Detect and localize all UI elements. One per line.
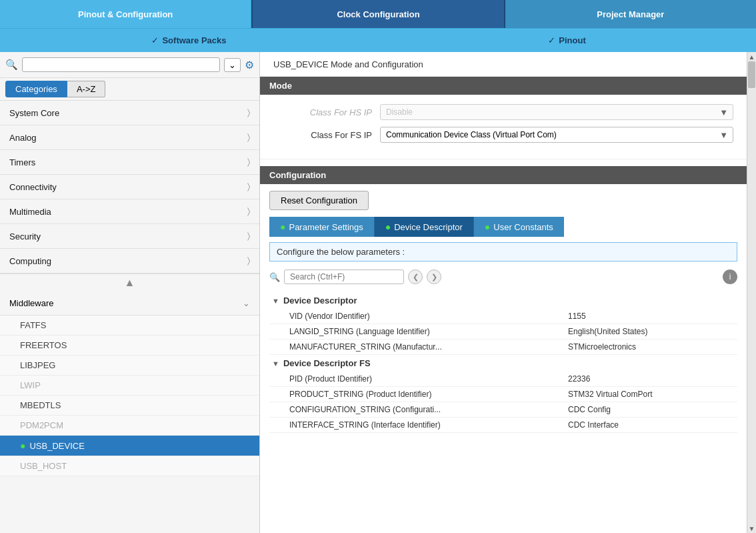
panel-title: USB_DEVICE Mode and Configuration xyxy=(260,52,747,77)
check-icon: ● xyxy=(385,221,391,232)
sidebar-item-connectivity[interactable]: Connectivity 〉 xyxy=(0,175,259,199)
class-for-fs-ip-select-wrap: Communication Device Class (Virtual Port… xyxy=(380,127,733,143)
tab-categories[interactable]: Categories xyxy=(5,81,67,97)
sidebar-item-usb-host: USB_HOST xyxy=(0,456,259,476)
sidebar-item-multimedia[interactable]: Multimedia 〉 xyxy=(0,199,259,224)
check-icon: ● xyxy=(280,221,285,232)
sidebar-item-security[interactable]: Security 〉 xyxy=(0,224,259,249)
sidebar-item-mbedtls[interactable]: MBEDTLS xyxy=(0,396,259,416)
scroll-down-button[interactable]: ▼ xyxy=(747,524,757,533)
chevron-down-icon: ⌄ xyxy=(243,298,250,308)
tab-device-descriptor[interactable]: ● Device Descriptor xyxy=(375,217,474,237)
sidebar-item-pdm2pcm: PDM2PCM xyxy=(0,416,259,436)
chevron-right-icon: 〉 xyxy=(247,181,250,192)
sidebar-item-libjpeg[interactable]: LIBJPEG xyxy=(0,356,259,376)
sidebar-item-fatfs[interactable]: FATFS xyxy=(0,316,259,336)
config-header: Configuration xyxy=(260,166,747,184)
sidebar-item-lwip: LWIP xyxy=(0,376,259,396)
search-input[interactable] xyxy=(22,57,220,72)
right-scrollbar: ▲ ▼ xyxy=(747,52,756,533)
mode-header: Mode xyxy=(260,77,747,95)
chevron-right-icon: 〉 xyxy=(247,206,250,217)
sidebar-list: System Core 〉 Analog 〉 Timers 〉 Connecti… xyxy=(0,101,259,533)
config-search-input[interactable] xyxy=(284,270,404,284)
search-bar: 🔍 ⌄ ⚙ xyxy=(0,52,259,78)
tab-user-constants[interactable]: ● User Constants xyxy=(474,217,564,237)
sidebar-item-timers[interactable]: Timers 〉 xyxy=(0,150,259,175)
param-row: VID (Vendor IDentifier) 1155 xyxy=(269,309,737,324)
param-row: PRODUCT_STRING (Product Identifier) STM3… xyxy=(269,387,737,402)
scroll-thumb[interactable] xyxy=(748,61,755,88)
class-for-hs-ip-row: Class For HS IP Disable ▼ xyxy=(273,104,733,120)
chevron-right-icon: 〉 xyxy=(247,132,250,143)
mode-section: Class For HS IP Disable ▼ Class For FS I… xyxy=(260,95,747,159)
gear-icon[interactable]: ⚙ xyxy=(245,59,254,71)
class-for-hs-ip-select[interactable]: Disable xyxy=(380,104,733,120)
sidebar-item-usb-device[interactable]: ● USB_DEVICE xyxy=(0,436,259,456)
nav-prev-icon[interactable]: ❮ xyxy=(408,270,423,284)
param-row: CONFIGURATION_STRING (Configurati... CDC… xyxy=(269,402,737,418)
device-descriptor-section: ▼ Device Descriptor VID (Vendor IDentifi… xyxy=(269,292,737,355)
sidebar-item-analog[interactable]: Analog 〉 xyxy=(0,125,259,150)
right-panel-wrapper: USB_DEVICE Mode and Configuration Mode C… xyxy=(260,52,747,533)
tab-project[interactable]: Project Manager xyxy=(505,0,756,28)
right-panel: USB_DEVICE Mode and Configuration Mode C… xyxy=(260,52,747,533)
check-icon: ● xyxy=(20,440,25,451)
class-for-hs-ip-label: Class For HS IP xyxy=(273,107,380,117)
second-navigation: ✓ Software Packs ✓ Pinout xyxy=(0,28,756,52)
pinout-nav[interactable]: ✓ Pinout xyxy=(378,29,756,52)
param-row: MANUFACTURER_STRING (Manufactur... STMic… xyxy=(269,340,737,355)
check-icon: ● xyxy=(485,221,490,232)
chevron-right-icon: 〉 xyxy=(247,231,250,241)
scroll-up-arrow[interactable]: ▲ xyxy=(0,274,259,292)
class-for-hs-ip-select-wrap: Disable ▼ xyxy=(380,104,733,120)
param-row: LANGID_STRING (Language Identifier) Engl… xyxy=(269,324,737,340)
scroll-up-button[interactable]: ▲ xyxy=(747,52,757,61)
sidebar-item-middleware[interactable]: Middleware ⌄ xyxy=(0,292,259,316)
nav-next-icon[interactable]: ❯ xyxy=(427,270,441,284)
chevron-right-icon: 〉 xyxy=(247,157,250,167)
tab-pinout[interactable]: Pinout & Configuration xyxy=(0,0,251,28)
reset-configuration-button[interactable]: Reset Configuration xyxy=(269,191,369,210)
category-tabs: Categories A->Z xyxy=(0,78,259,101)
param-row: PID (Product IDentifier) 22336 xyxy=(269,372,737,387)
main-layout: 🔍 ⌄ ⚙ Categories A->Z System Core 〉 Anal… xyxy=(0,52,756,533)
sidebar-item-computing[interactable]: Computing 〉 xyxy=(0,249,259,274)
class-for-fs-ip-row: Class For FS IP Communication Device Cla… xyxy=(273,127,733,143)
chevron-right-icon: 〉 xyxy=(247,255,250,266)
software-packs-nav[interactable]: ✓ Software Packs xyxy=(0,29,378,52)
configure-text: Configure the below parameters : xyxy=(269,242,737,261)
class-for-fs-ip-select[interactable]: Communication Device Class (Virtual Port… xyxy=(380,127,733,143)
device-descriptor-fs-section: ▼ Device Descriptor FS PID (Product IDen… xyxy=(269,355,737,433)
middleware-sub-list: FATFS FREERTOS LIBJPEG LWIP MBEDTLS PDM2… xyxy=(0,316,259,476)
config-search-bar: 🔍 ❮ ❯ i xyxy=(269,267,737,287)
config-section: Reset Configuration ● Parameter Settings… xyxy=(260,184,747,440)
search-dropdown-button[interactable]: ⌄ xyxy=(224,58,241,72)
tab-parameter-settings[interactable]: ● Parameter Settings xyxy=(269,217,375,237)
tab-az[interactable]: A->Z xyxy=(67,81,106,97)
search-icon: 🔍 xyxy=(5,59,18,71)
device-descriptor-section-header[interactable]: ▼ Device Descriptor xyxy=(269,292,737,309)
sidebar-item-system-core[interactable]: System Core 〉 xyxy=(0,101,259,125)
scroll-track xyxy=(747,61,756,524)
info-icon[interactable]: i xyxy=(723,270,737,284)
collapse-arrow-icon: ▼ xyxy=(272,360,279,368)
param-row: INTERFACE_STRING (Interface Identifier) … xyxy=(269,418,737,433)
top-navigation: Pinout & Configuration Clock Configurati… xyxy=(0,0,756,28)
class-for-fs-ip-label: Class For FS IP xyxy=(273,130,380,140)
device-descriptor-fs-section-header[interactable]: ▼ Device Descriptor FS xyxy=(269,355,737,372)
left-panel: 🔍 ⌄ ⚙ Categories A->Z System Core 〉 Anal… xyxy=(0,52,260,533)
tab-clock[interactable]: Clock Configuration xyxy=(251,0,505,28)
sidebar-item-freertos[interactable]: FREERTOS xyxy=(0,336,259,356)
search-icon: 🔍 xyxy=(269,272,280,282)
config-tabs: ● Parameter Settings ● Device Descriptor… xyxy=(269,217,737,237)
chevron-right-icon: 〉 xyxy=(247,107,250,118)
collapse-arrow-icon: ▼ xyxy=(272,297,279,305)
